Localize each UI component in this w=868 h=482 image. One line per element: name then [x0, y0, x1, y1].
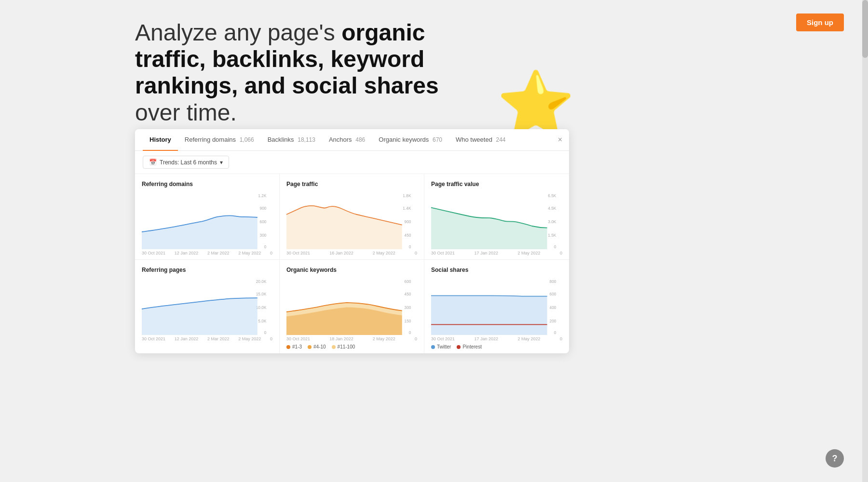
chart-organic-keywords: Organic keywords 600 450 300 150 0 30 Oc — [280, 260, 424, 353]
svg-text:6.5K: 6.5K — [548, 193, 556, 198]
svg-text:10.0K: 10.0K — [256, 305, 267, 310]
analytics-panel: History Referring domains 1,066 Backlink… — [135, 129, 569, 353]
signup-button[interactable]: Sign up — [796, 13, 844, 31]
organic-keywords-legend: #1-3 #4-10 #11-100 — [286, 344, 417, 349]
chart-title-organic-keywords: Organic keywords — [286, 267, 417, 273]
legend-11-100: #11-100 — [332, 344, 355, 349]
chart-social-shares: Social shares 800 600 400 200 0 30 Oct 2… — [424, 260, 569, 353]
chart-title-social-shares: Social shares — [431, 267, 562, 273]
chart-axis-page-traffic: 30 Oct 2021 16 Jan 2022 2 May 2022 0 — [286, 251, 417, 255]
chart-axis-referring-domains: 30 Oct 2021 12 Jan 2022 2 Mar 2022 2 May… — [142, 251, 272, 255]
legend-1-3: #1-3 — [286, 344, 302, 349]
tab-bar: History Referring domains 1,066 Backlink… — [135, 129, 569, 151]
chart-referring-pages: Referring pages 20.0K 15.0K 10.0K 5.0K 0… — [135, 260, 280, 353]
svg-text:450: 450 — [405, 292, 411, 297]
chart-title-page-traffic-value: Page traffic value — [431, 181, 562, 187]
svg-text:450: 450 — [405, 232, 411, 238]
svg-text:600: 600 — [260, 219, 267, 224]
close-button[interactable]: × — [558, 135, 562, 144]
svg-text:300: 300 — [405, 305, 411, 310]
svg-text:1.4K: 1.4K — [403, 206, 411, 211]
svg-text:400: 400 — [549, 305, 556, 310]
chart-axis-page-traffic-value: 30 Oct 2021 17 Jan 2022 2 May 2022 0 — [431, 251, 562, 255]
svg-text:0: 0 — [264, 330, 267, 335]
legend-4-10: #4-10 — [308, 344, 326, 349]
chart-title-referring-domains: Referring domains — [142, 181, 272, 187]
chart-axis-referring-pages: 30 Oct 2021 12 Jan 2022 2 Mar 2022 2 May… — [142, 336, 272, 341]
tab-who-tweeted[interactable]: Who tweeted 244 — [449, 129, 513, 151]
svg-text:5.0K: 5.0K — [258, 318, 266, 323]
svg-text:0: 0 — [554, 244, 556, 249]
svg-text:0: 0 — [554, 330, 556, 335]
tab-anchors[interactable]: Anchors 486 — [322, 129, 372, 151]
hero-section: Analyze any page's organic traffic, back… — [135, 19, 448, 126]
chart-svg-page-traffic: 1.8K 1.4K 900 450 0 30 Oct 2021 16 Jan 2… — [286, 191, 417, 255]
chart-page-traffic: Page traffic 1.8K 1.4K 900 450 0 30 Oct … — [280, 174, 424, 260]
calendar-icon: 📅 — [149, 159, 157, 166]
chart-axis-social-shares: 30 Oct 2021 17 Jan 2022 2 May 2022 0 — [431, 336, 562, 341]
svg-text:1.2K: 1.2K — [258, 193, 266, 198]
tab-history[interactable]: History — [143, 129, 178, 151]
chart-title-page-traffic: Page traffic — [286, 181, 417, 187]
svg-text:150: 150 — [405, 318, 411, 323]
chart-svg-referring-domains: 1.2K 900 600 300 0 30 Oct 2021 12 Jan 20… — [142, 191, 272, 255]
scrollbar-thumb[interactable] — [862, 0, 868, 58]
svg-text:0: 0 — [409, 330, 411, 335]
legend-dot-4-10 — [308, 345, 312, 349]
svg-text:0: 0 — [409, 244, 411, 249]
svg-text:300: 300 — [260, 232, 267, 238]
trends-filter-button[interactable]: 📅 Trends: Last 6 months ▾ — [143, 156, 229, 169]
svg-text:1.8K: 1.8K — [403, 193, 411, 198]
svg-text:15.0K: 15.0K — [256, 292, 267, 297]
chart-axis-organic-keywords: 30 Oct 2021 18 Jan 2022 2 May 2022 0 — [286, 336, 417, 341]
legend-pinterest: Pinterest — [457, 344, 481, 349]
legend-dot-1-3 — [286, 345, 290, 349]
dropdown-icon: ▾ — [220, 159, 223, 166]
star-decoration: ⭐ — [497, 72, 575, 135]
hero-line3: over time. — [135, 100, 237, 125]
filter-row: 📅 Trends: Last 6 months ▾ — [135, 151, 569, 174]
tab-organic-keywords[interactable]: Organic keywords 670 — [372, 129, 449, 151]
svg-text:4.5K: 4.5K — [548, 206, 556, 211]
svg-text:3.0K: 3.0K — [548, 219, 556, 224]
svg-text:200: 200 — [549, 318, 556, 323]
legend-twitter: Twitter — [431, 344, 451, 349]
tab-referring-domains[interactable]: Referring domains 1,066 — [178, 129, 261, 151]
svg-text:900: 900 — [405, 219, 411, 224]
chart-svg-page-traffic-value: 6.5K 4.5K 3.0K 1.5K 0 30 Oct 2021 17 Jan… — [431, 191, 562, 255]
hero-title: Analyze any page's organic traffic, back… — [135, 19, 448, 126]
chart-svg-referring-pages: 20.0K 15.0K 10.0K 5.0K 0 30 Oct 2021 12 … — [142, 277, 272, 341]
svg-text:800: 800 — [549, 279, 556, 284]
legend-dot-11-100 — [332, 345, 336, 349]
legend-dot-twitter — [431, 345, 435, 349]
chart-svg-social-shares: 800 600 400 200 0 30 Oct 2021 17 Jan 202… — [431, 277, 562, 349]
chart-svg-organic-keywords: 600 450 300 150 0 30 Oct 2021 18 Jan 202… — [286, 277, 417, 349]
trends-label: Trends: Last 6 months — [160, 159, 217, 166]
chart-page-traffic-value: Page traffic value 6.5K 4.5K 3.0K 1.5K 0… — [424, 174, 569, 260]
tab-backlinks[interactable]: Backlinks 18,113 — [261, 129, 322, 151]
charts-grid: Referring domains 1.2K 900 600 300 0 30 … — [135, 174, 569, 353]
svg-text:1.5K: 1.5K — [548, 232, 556, 238]
legend-dot-pinterest — [457, 345, 461, 349]
svg-text:600: 600 — [405, 279, 411, 284]
chart-referring-domains: Referring domains 1.2K 900 600 300 0 30 … — [135, 174, 280, 260]
svg-text:900: 900 — [260, 206, 267, 211]
social-shares-legend: Twitter Pinterest — [431, 344, 562, 349]
hero-line1: Analyze any page's — [135, 20, 335, 45]
scrollbar[interactable] — [862, 0, 868, 482]
help-button[interactable]: ? — [826, 449, 844, 468]
svg-text:0: 0 — [264, 244, 267, 249]
svg-text:20.0K: 20.0K — [256, 279, 267, 284]
chart-title-referring-pages: Referring pages — [142, 267, 272, 273]
svg-text:600: 600 — [549, 292, 556, 297]
